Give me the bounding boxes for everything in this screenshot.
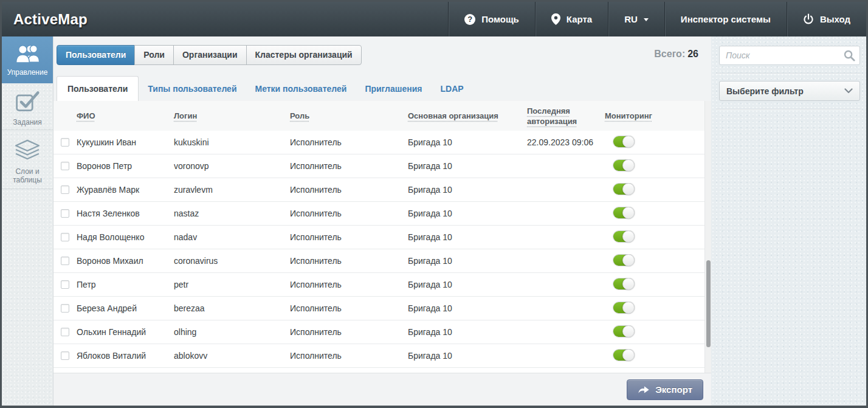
monitoring-toggle[interactable] [613, 230, 635, 243]
cell-org: Бригада 10 [408, 137, 527, 147]
main-content: Пользователи Роли Организации Кластеры о… [53, 36, 711, 406]
sidebar-item-layers[interactable]: Слои и таблицы [2, 130, 53, 189]
tab-organizations[interactable]: Организации [173, 45, 247, 65]
search-input[interactable] [719, 46, 860, 65]
logout-label: Выход [820, 14, 850, 24]
row-checkbox[interactable] [61, 185, 69, 194]
table-row[interactable]: Береза Андрей berezaa Исполнитель Бригад… [53, 297, 711, 320]
table-row[interactable]: Настя Зеленков nastaz Исполнитель Бригад… [53, 202, 711, 226]
table-row[interactable]: Надя Волощенко nadav Исполнитель Бригада… [53, 226, 711, 249]
cell-role: Исполнитель [290, 303, 408, 313]
table-row[interactable]: Кукушкин Иван kukuskini Исполнитель Бриг… [53, 131, 711, 154]
export-button[interactable]: Экспорт [627, 379, 703, 400]
column-header-role[interactable]: Роль [290, 111, 309, 120]
row-checkbox[interactable] [61, 138, 69, 147]
users-table: ФИО Логин Роль Основная организация Посл… [53, 101, 711, 373]
cell-role: Исполнитель [290, 161, 408, 171]
total-label: Всего: [654, 49, 685, 59]
subtab-user-types[interactable]: Типы пользователей [139, 76, 246, 101]
tab-organization-clusters[interactable]: Кластеры организаций [246, 45, 362, 65]
table-scrollbar-track[interactable] [704, 101, 711, 373]
help-menu-item[interactable]: ? Помощь [448, 2, 535, 36]
map-label: Карта [567, 14, 592, 24]
top-menu: ? Помощь Карта RU Инспектор системы [448, 2, 866, 36]
tab-roles[interactable]: Роли [134, 45, 174, 65]
row-checkbox[interactable] [61, 257, 69, 265]
cell-login: nastaz [174, 209, 290, 218]
table-row[interactable]: Яблоков Виталий ablokovv Исполнитель Бри… [53, 344, 711, 368]
row-checkbox[interactable] [61, 351, 69, 360]
filter-select-label: Выберите фильтр [726, 86, 804, 96]
sidebar-item-management[interactable]: Управление [2, 36, 53, 83]
subtab-invitations[interactable]: Приглашения [356, 76, 431, 101]
column-header-monitoring[interactable]: Мониторинг [605, 111, 652, 120]
column-header-last-auth[interactable]: Последняя авторизация [527, 106, 596, 126]
language-menu-item[interactable]: RU [608, 2, 664, 36]
cell-fio: Яблоков Виталий [77, 351, 174, 361]
app-logo: ActiveMap [2, 11, 88, 28]
tab-users[interactable]: Пользователи [57, 45, 135, 65]
table-row[interactable]: Ольхин Геннадий olhing Исполнитель Брига… [53, 320, 711, 344]
language-label: RU [624, 14, 638, 24]
toggle-knob [622, 207, 635, 219]
system-inspector-menu-item[interactable]: Инспектор системы [664, 2, 787, 36]
cell-login: berezaa [174, 303, 290, 313]
cell-fio: Кукушкин Иван [77, 137, 174, 147]
help-label: Помощь [481, 14, 519, 24]
column-header-login[interactable]: Логин [174, 111, 197, 120]
table-row[interactable]: Воронов Петр voronovp Исполнитель Бригад… [53, 154, 711, 178]
toggle-knob [622, 302, 635, 314]
column-header-org[interactable]: Основная организация [408, 111, 498, 120]
caret-down-icon [644, 18, 649, 21]
monitoring-toggle[interactable] [613, 349, 635, 361]
table-row[interactable]: Петр petr Исполнитель Бригада 10 [53, 273, 711, 297]
monitoring-toggle[interactable] [613, 159, 635, 171]
sidebar: Управление Задания [2, 36, 53, 406]
row-checkbox[interactable] [61, 280, 69, 289]
users-icon [15, 44, 40, 66]
table-row[interactable]: Воронов Михаил coronavirus Исполнитель Б… [53, 249, 711, 273]
sidebar-item-label: Задания [13, 118, 41, 126]
monitoring-toggle[interactable] [613, 254, 635, 266]
subtab-user-labels[interactable]: Метки пользователей [246, 76, 356, 101]
cell-org: Бригада 10 [408, 209, 527, 218]
table-row[interactable]: Журавлёв Марк zuravlevm Исполнитель Бриг… [53, 178, 711, 202]
cell-role: Исполнитель [290, 256, 408, 266]
logout-menu-item[interactable]: Выход [787, 2, 866, 36]
toggle-knob [622, 230, 635, 243]
sub-tabs: Пользователи Типы пользователей Метки по… [53, 76, 711, 101]
map-menu-item[interactable]: Карта [535, 2, 608, 36]
row-checkbox[interactable] [61, 304, 69, 313]
cell-fio: Настя Зеленков [77, 209, 174, 218]
cell-monitoring [605, 254, 711, 268]
cell-login: kukuskini [174, 137, 290, 147]
sidebar-item-tasks[interactable]: Задания [2, 83, 53, 130]
search-icon [844, 50, 855, 64]
monitoring-toggle[interactable] [613, 207, 635, 219]
monitoring-toggle[interactable] [613, 278, 635, 290]
cell-login: nadav [174, 232, 290, 242]
row-checkbox[interactable] [61, 328, 69, 336]
column-header-fio[interactable]: ФИО [77, 111, 95, 120]
cell-fio: Воронов Михаил [77, 256, 174, 266]
filter-select[interactable]: Выберите фильтр [719, 81, 860, 101]
row-checkbox[interactable] [61, 162, 69, 170]
cell-fio: Береза Андрей [77, 303, 174, 313]
row-checkbox[interactable] [61, 209, 69, 218]
cell-monitoring [605, 349, 711, 363]
panel-divider [716, 73, 861, 74]
monitoring-toggle[interactable] [613, 302, 635, 314]
export-arrow-icon [638, 385, 650, 394]
cell-last-auth: 22.09.2023 09:06 [527, 137, 605, 147]
monitoring-toggle[interactable] [613, 136, 635, 148]
total-value: 26 [687, 49, 698, 59]
row-checkbox[interactable] [61, 233, 69, 241]
subtab-users[interactable]: Пользователи [57, 76, 139, 101]
monitoring-toggle[interactable] [613, 183, 635, 195]
cell-role: Исполнитель [290, 232, 408, 242]
cell-org: Бригада 10 [408, 185, 527, 195]
cell-login: zuravlevm [174, 185, 290, 195]
subtab-ldap[interactable]: LDAP [431, 76, 472, 101]
monitoring-toggle[interactable] [613, 325, 635, 337]
table-scrollbar-thumb[interactable] [706, 260, 711, 347]
